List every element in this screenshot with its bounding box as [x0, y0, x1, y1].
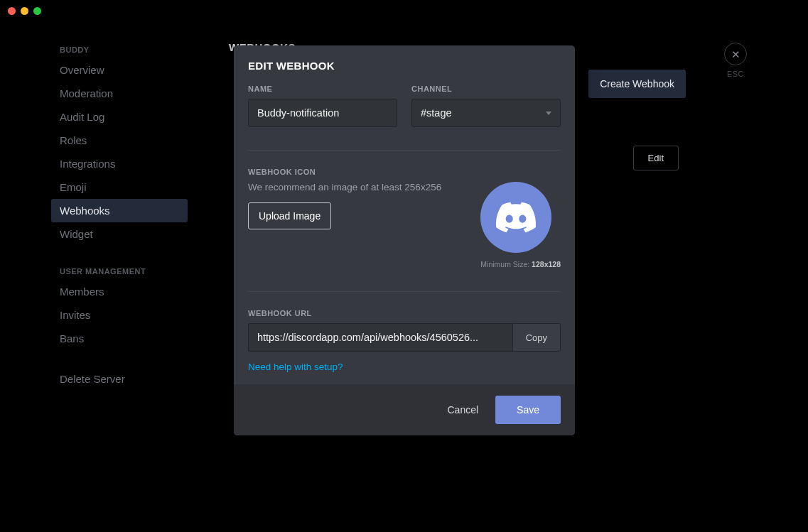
upload-image-button[interactable]: Upload Image [248, 202, 331, 229]
webhook-url-input[interactable] [248, 323, 512, 352]
window-controls [8, 7, 41, 15]
sidebar-item-moderation[interactable]: Moderation [51, 82, 188, 105]
divider [248, 291, 561, 292]
sidebar-item-webhooks[interactable]: Webhooks [51, 199, 188, 222]
sidebar-item-bans[interactable]: Bans [51, 327, 188, 350]
discord-logo-icon [496, 197, 536, 237]
webhook-name-input[interactable] [248, 99, 397, 127]
help-link[interactable]: Need help with setup? [248, 362, 343, 372]
sidebar-section-server: BUDDY [51, 41, 188, 58]
close-settings-button[interactable]: ✕ [724, 43, 747, 65]
edit-webhook-modal: EDIT WEBHOOK NAME CHANNEL #stage WEBHOOK… [234, 45, 575, 435]
minimum-size-label: Minimum Size: 128x128 [480, 260, 561, 268]
sidebar-item-integrations[interactable]: Integrations [51, 152, 188, 175]
modal-footer: Cancel Save [234, 384, 575, 435]
cancel-button[interactable]: Cancel [447, 404, 478, 416]
close-settings: ✕ ESC [724, 43, 747, 78]
modal-title: EDIT WEBHOOK [248, 60, 561, 72]
settings-sidebar: BUDDY Overview Moderation Audit Log Role… [51, 41, 188, 391]
close-icon: ✕ [731, 49, 740, 60]
save-button[interactable]: Save [495, 396, 561, 424]
icon-size-hint: We recommend an image of at least 256x25… [248, 182, 441, 192]
sidebar-item-members[interactable]: Members [51, 280, 188, 303]
webhook-icon-label: WEBHOOK ICON [248, 168, 561, 176]
sidebar-item-roles[interactable]: Roles [51, 129, 188, 152]
divider [248, 150, 561, 151]
sidebar-section-user-mgmt: USER MANAGEMENT [51, 263, 188, 280]
channel-select[interactable]: #stage [411, 99, 561, 127]
close-window-icon[interactable] [8, 7, 16, 15]
minimize-window-icon[interactable] [21, 7, 28, 15]
sidebar-item-audit-log[interactable]: Audit Log [51, 105, 188, 129]
create-webhook-button[interactable]: Create Webhook [588, 70, 686, 98]
sidebar-item-overview[interactable]: Overview [51, 58, 188, 82]
chevron-down-icon [546, 112, 551, 115]
name-label: NAME [248, 85, 397, 93]
copy-url-button[interactable]: Copy [512, 323, 561, 352]
sidebar-item-delete-server[interactable]: Delete Server [51, 367, 188, 391]
sidebar-item-emoji[interactable]: Emoji [51, 175, 188, 199]
webhook-avatar[interactable] [480, 182, 551, 253]
sidebar-item-widget[interactable]: Widget [51, 222, 188, 246]
webhook-url-label: WEBHOOK URL [248, 309, 561, 317]
esc-label: ESC [724, 70, 747, 78]
edit-webhook-button[interactable]: Edit [633, 146, 679, 170]
channel-select-value: #stage [421, 107, 452, 119]
maximize-window-icon[interactable] [33, 7, 41, 15]
channel-label: CHANNEL [411, 85, 561, 93]
sidebar-item-invites[interactable]: Invites [51, 303, 188, 327]
